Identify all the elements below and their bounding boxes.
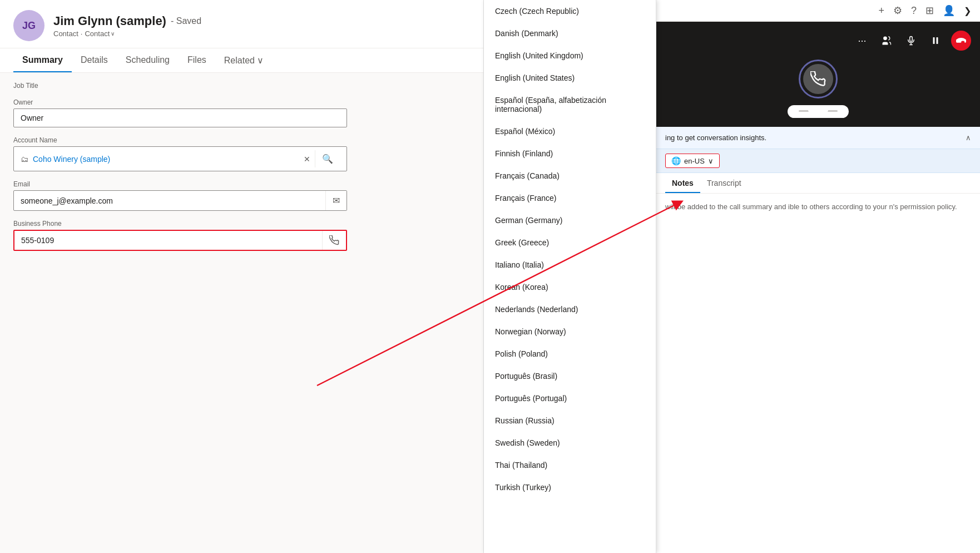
email-value: someone_j@example.com <box>14 192 325 210</box>
notes-body: will be added to the call summary and ib… <box>656 194 980 553</box>
lang-portuguese-portugal[interactable]: Português (Portugal) <box>484 387 656 409</box>
email-send-icon[interactable]: ✉ <box>325 191 347 210</box>
tab-related[interactable]: Related ∨ <box>215 48 273 72</box>
business-phone-label: Business Phone <box>13 220 470 228</box>
lang-polish[interactable]: Polish (Poland) <box>484 343 656 365</box>
avatar: JG <box>13 10 44 41</box>
svg-point-0 <box>883 37 887 41</box>
lang-finnish[interactable]: Finnish (Finland) <box>484 142 656 165</box>
lang-selector-row: 🌐 en-US ∨ <box>656 149 980 173</box>
lang-turkish[interactable]: Turkish (Turkey) <box>484 476 656 498</box>
account-name-link[interactable]: Coho Winery (sample) <box>33 155 297 164</box>
owner-value[interactable]: Owner <box>13 108 347 127</box>
lang-russian[interactable]: Russian (Russia) <box>484 409 656 432</box>
call-avatar-inner <box>803 64 833 94</box>
email-label: Email <box>13 180 470 188</box>
notes-tabs: Notes Transcript <box>656 173 980 194</box>
topbar-gear-icon[interactable]: ⚙ <box>893 4 902 17</box>
lang-portuguese-brasil[interactable]: Português (Brasil) <box>484 365 656 387</box>
tab-details[interactable]: Details <box>72 48 117 72</box>
record-header: JG Jim Glynn (sample) - Saved Contact · … <box>0 0 483 48</box>
svg-point-5 <box>808 108 828 113</box>
tab-files[interactable]: Files <box>179 48 215 72</box>
subtitle-type: Contact <box>53 29 78 38</box>
email-input[interactable]: someone_j@example.com ✉ <box>13 190 347 211</box>
job-title-field: Job Title <box>13 82 470 90</box>
call-mic-icon[interactable] <box>902 32 920 50</box>
record-name: Jim Glynn (sample) <box>53 14 166 28</box>
tab-scheduling[interactable]: Scheduling <box>117 48 179 72</box>
record-category-link[interactable]: Contact ∨ <box>85 29 115 38</box>
subtitle-dot: · <box>81 29 83 38</box>
owner-field: Owner Owner <box>13 98 470 127</box>
svg-rect-3 <box>937 37 938 44</box>
lang-danish[interactable]: Danish (Denmark) <box>484 22 656 45</box>
lang-francais-canada[interactable]: Français (Canada) <box>484 165 656 187</box>
lang-espanol-mexico[interactable]: Español (México) <box>484 120 656 142</box>
topbar-help-icon[interactable]: ? <box>911 5 917 17</box>
lang-italiano[interactable]: Italiano (Italia) <box>484 254 656 276</box>
lang-selector-chevron-icon: ∨ <box>708 157 714 165</box>
language-code: en-US <box>684 157 705 165</box>
globe-icon: 🌐 <box>671 156 681 165</box>
account-name-field: Account Name 🗂 Coho Winery (sample) ✕ 🔍 <box>13 136 470 171</box>
lang-korean[interactable]: Korean (Korea) <box>484 276 656 298</box>
lang-espanol-espana[interactable]: Español (España, alfabetización internac… <box>484 89 656 120</box>
phone-call-icon[interactable] <box>322 231 346 250</box>
lang-dutch[interactable]: Nederlands (Nederland) <box>484 298 656 320</box>
call-avatar-ring <box>799 60 838 98</box>
lang-english-us[interactable]: English (United States) <box>484 67 656 89</box>
call-pause-icon[interactable] <box>927 32 944 50</box>
topbar-person-icon[interactable]: 👤 <box>943 4 955 17</box>
call-controls-top: ··· <box>665 31 971 51</box>
language-selector-button[interactable]: 🌐 en-US ∨ <box>665 154 720 168</box>
account-record-icon: 🗂 <box>21 155 28 164</box>
account-name-label: Account Name <box>13 136 470 144</box>
record-subtitle: Contact · Contact ∨ <box>53 29 201 38</box>
tab-notes[interactable]: Notes <box>665 173 700 193</box>
phone-value: 555-0109 <box>14 231 322 249</box>
svg-rect-2 <box>933 37 935 44</box>
crm-panel: JG Jim Glynn (sample) - Saved Contact · … <box>0 0 484 553</box>
email-field: Email someone_j@example.com ✉ <box>13 180 470 211</box>
lang-german[interactable]: German (Germany) <box>484 209 656 231</box>
account-search-icon[interactable]: 🔍 <box>315 150 340 167</box>
account-clear-button[interactable]: ✕ <box>304 155 310 164</box>
topbar-chevron-icon[interactable]: ❯ <box>964 6 971 16</box>
svg-rect-1 <box>910 37 913 42</box>
form-body: Job Title Owner Owner Account Name 🗂 Coh… <box>0 73 483 553</box>
subtitle-category: Contact <box>85 29 110 38</box>
related-chevron-icon: ∨ <box>257 55 264 66</box>
topbar-plus-icon[interactable]: + <box>878 5 884 17</box>
tab-transcript[interactable]: Transcript <box>700 173 748 193</box>
lang-english-uk[interactable]: English (United Kingdom) <box>484 45 656 67</box>
lang-thai[interactable]: Thai (Thailand) <box>484 454 656 476</box>
tab-summary[interactable]: Summary <box>13 48 72 72</box>
tab-navigation: Summary Details Scheduling Files Related… <box>0 48 483 73</box>
language-dropdown[interactable]: Czech (Czech Republic) Danish (Denmark) … <box>484 0 656 553</box>
job-title-label: Job Title <box>13 82 470 90</box>
lang-swedish[interactable]: Swedish (Sweden) <box>484 432 656 454</box>
record-title: Jim Glynn (sample) - Saved Contact · Con… <box>53 14 201 38</box>
call-more-options-icon[interactable]: ··· <box>853 32 871 50</box>
lang-norwegian[interactable]: Norwegian (Norway) <box>484 320 656 343</box>
lang-francais-france[interactable]: Français (France) <box>484 187 656 209</box>
insights-expand-icon[interactable]: ∧ <box>966 134 971 142</box>
lang-greek[interactable]: Greek (Greece) <box>484 231 656 254</box>
business-phone-input[interactable]: 555-0109 <box>13 230 347 251</box>
account-name-input[interactable]: 🗂 Coho Winery (sample) ✕ 🔍 <box>13 146 347 171</box>
call-topbar: + ⚙ ? ⊞ 👤 ❯ <box>656 0 980 22</box>
mute-pill <box>788 105 849 118</box>
lang-czech[interactable]: Czech (Czech Republic) <box>484 0 656 22</box>
category-chevron-icon: ∨ <box>111 31 115 37</box>
owner-label: Owner <box>13 98 470 106</box>
call-panel: + ⚙ ? ⊞ 👤 ❯ ··· <box>656 0 980 553</box>
topbar-remote-icon[interactable]: ⊞ <box>925 4 934 17</box>
call-people-icon[interactable] <box>878 32 895 50</box>
call-interface: ··· <box>656 22 980 127</box>
insights-text: ing to get conversation insights. <box>665 134 766 142</box>
insights-panel: ing to get conversation insights. ∧ <box>656 127 980 149</box>
call-end-button[interactable] <box>951 31 971 51</box>
saved-badge: - Saved <box>171 16 201 26</box>
business-phone-field: Business Phone 555-0109 <box>13 220 470 251</box>
